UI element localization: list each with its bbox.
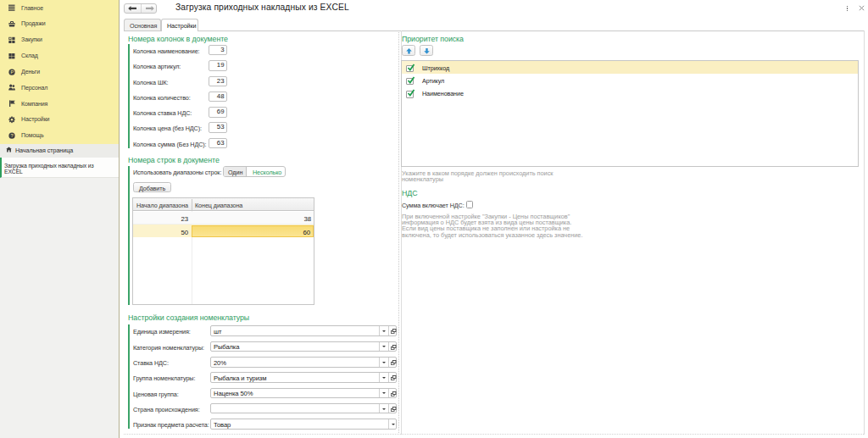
svg-text:P: P [10, 69, 14, 75]
